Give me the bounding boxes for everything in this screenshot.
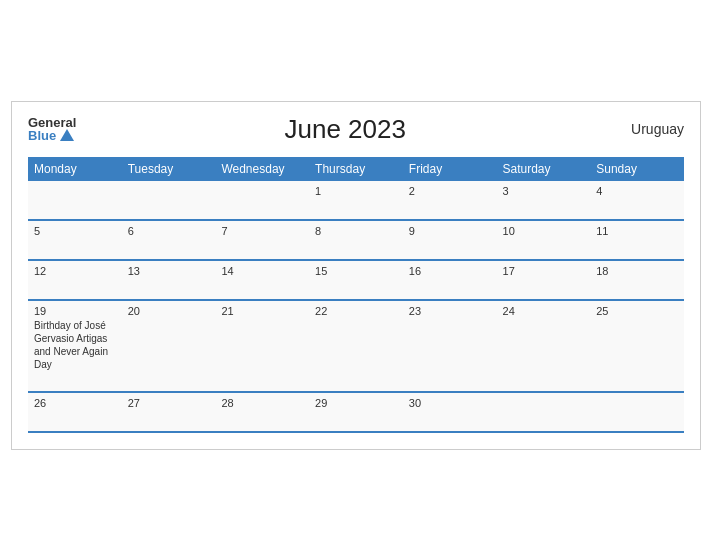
day-cell: 10	[497, 220, 591, 260]
day-number: 28	[221, 397, 303, 409]
day-cell: 6	[122, 220, 216, 260]
day-number: 3	[503, 185, 585, 197]
day-cell	[122, 181, 216, 220]
day-cell	[497, 392, 591, 432]
day-cell: 11	[590, 220, 684, 260]
day-cell: 5	[28, 220, 122, 260]
logo-blue-text: Blue	[28, 129, 56, 142]
week-row-2: 567891011	[28, 220, 684, 260]
day-number: 19	[34, 305, 116, 317]
day-number: 11	[596, 225, 678, 237]
day-number: 10	[503, 225, 585, 237]
day-number: 2	[409, 185, 491, 197]
day-cell: 17	[497, 260, 591, 300]
calendar-grid: Monday Tuesday Wednesday Thursday Friday…	[28, 157, 684, 433]
week-row-4: 19Birthday of José Gervasio Artigas and …	[28, 300, 684, 392]
day-number: 23	[409, 305, 491, 317]
day-cell: 1	[309, 181, 403, 220]
day-event: Birthday of José Gervasio Artigas and Ne…	[34, 319, 116, 371]
day-cell: 23	[403, 300, 497, 392]
day-number: 20	[128, 305, 210, 317]
weekday-sunday: Sunday	[590, 157, 684, 181]
day-cell: 25	[590, 300, 684, 392]
day-cell: 8	[309, 220, 403, 260]
weekday-saturday: Saturday	[497, 157, 591, 181]
day-number: 14	[221, 265, 303, 277]
day-cell	[215, 181, 309, 220]
weekday-friday: Friday	[403, 157, 497, 181]
day-cell: 4	[590, 181, 684, 220]
day-cell: 21	[215, 300, 309, 392]
day-cell: 13	[122, 260, 216, 300]
day-number: 24	[503, 305, 585, 317]
day-number: 7	[221, 225, 303, 237]
day-cell: 19Birthday of José Gervasio Artigas and …	[28, 300, 122, 392]
day-cell: 7	[215, 220, 309, 260]
day-cell: 28	[215, 392, 309, 432]
calendar: General Blue June 2023 Uruguay Monday Tu…	[11, 101, 701, 450]
week-row-1: 1234	[28, 181, 684, 220]
day-number: 18	[596, 265, 678, 277]
day-number: 27	[128, 397, 210, 409]
day-cell	[28, 181, 122, 220]
day-cell: 26	[28, 392, 122, 432]
logo: General Blue	[28, 116, 76, 142]
weekday-monday: Monday	[28, 157, 122, 181]
day-number: 5	[34, 225, 116, 237]
day-number: 26	[34, 397, 116, 409]
day-cell: 15	[309, 260, 403, 300]
day-number: 8	[315, 225, 397, 237]
day-cell: 3	[497, 181, 591, 220]
day-number: 22	[315, 305, 397, 317]
day-cell: 12	[28, 260, 122, 300]
weekday-tuesday: Tuesday	[122, 157, 216, 181]
day-cell: 27	[122, 392, 216, 432]
day-cell: 20	[122, 300, 216, 392]
day-number: 15	[315, 265, 397, 277]
day-number: 4	[596, 185, 678, 197]
day-number: 12	[34, 265, 116, 277]
week-row-3: 12131415161718	[28, 260, 684, 300]
calendar-title: June 2023	[76, 114, 614, 145]
week-row-5: 2627282930	[28, 392, 684, 432]
day-number: 21	[221, 305, 303, 317]
day-cell: 24	[497, 300, 591, 392]
day-cell: 30	[403, 392, 497, 432]
day-number: 6	[128, 225, 210, 237]
day-cell: 14	[215, 260, 309, 300]
day-cell: 16	[403, 260, 497, 300]
day-number: 25	[596, 305, 678, 317]
calendar-country: Uruguay	[614, 121, 684, 137]
day-number: 9	[409, 225, 491, 237]
day-number: 17	[503, 265, 585, 277]
day-number: 29	[315, 397, 397, 409]
weekday-wednesday: Wednesday	[215, 157, 309, 181]
day-cell: 2	[403, 181, 497, 220]
day-number: 30	[409, 397, 491, 409]
day-number: 1	[315, 185, 397, 197]
day-number: 13	[128, 265, 210, 277]
day-cell: 18	[590, 260, 684, 300]
day-cell: 22	[309, 300, 403, 392]
day-cell: 29	[309, 392, 403, 432]
logo-triangle-icon	[60, 129, 74, 141]
weekday-header-row: Monday Tuesday Wednesday Thursday Friday…	[28, 157, 684, 181]
day-cell	[590, 392, 684, 432]
day-number: 16	[409, 265, 491, 277]
weekday-thursday: Thursday	[309, 157, 403, 181]
calendar-header: General Blue June 2023 Uruguay	[28, 114, 684, 145]
day-cell: 9	[403, 220, 497, 260]
